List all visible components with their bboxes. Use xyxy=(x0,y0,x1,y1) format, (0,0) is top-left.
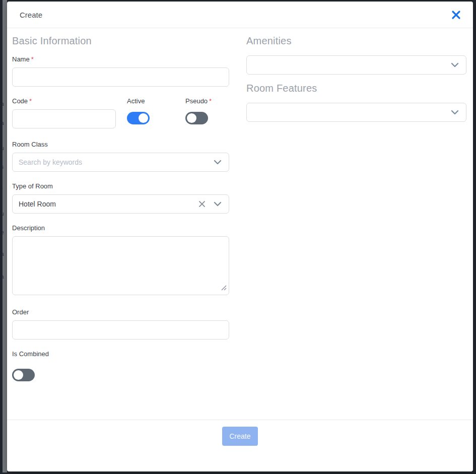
create-modal: Create Basic Information Name* Code* xyxy=(7,2,473,471)
toggle-knob xyxy=(14,370,23,380)
section-heading-basic-information: Basic Information xyxy=(12,35,229,47)
pseudo-toggle[interactable] xyxy=(185,112,208,124)
is-combined-label: Is Combined xyxy=(12,350,229,358)
resize-handle-icon[interactable] xyxy=(221,284,227,293)
pseudo-toggle-group: Pseudo* xyxy=(185,97,244,128)
section-heading-amenities: Amenities xyxy=(246,35,466,47)
type-of-room-label: Type of Room xyxy=(12,182,229,190)
basic-information-column: Basic Information Name* Code* Active xyxy=(12,28,229,420)
backdrop-dark-edge xyxy=(0,0,3,474)
code-required-asterisk: * xyxy=(29,97,32,105)
chevron-down-icon xyxy=(214,201,222,207)
close-button[interactable] xyxy=(448,7,464,23)
description-field-group: Description xyxy=(12,224,229,295)
modal-header: Create xyxy=(7,2,473,28)
is-combined-toggle[interactable] xyxy=(12,369,35,381)
name-input[interactable] xyxy=(12,67,229,87)
name-label: Name* xyxy=(12,55,229,63)
clear-selection-icon[interactable] xyxy=(198,200,206,208)
active-toggle-group: Active xyxy=(127,97,185,128)
code-label: Code* xyxy=(12,97,116,105)
type-of-room-select[interactable]: Hotel Room xyxy=(12,194,229,214)
amenities-select[interactable] xyxy=(246,55,466,75)
room-class-label: Room Class xyxy=(12,141,229,148)
room-class-field-group: Room Class Search by keywords xyxy=(12,141,229,172)
description-textarea[interactable] xyxy=(12,236,229,295)
order-label: Order xyxy=(12,308,229,316)
section-heading-room-features: Room Features xyxy=(246,83,466,94)
pseudo-required-asterisk: * xyxy=(209,97,212,105)
code-input[interactable] xyxy=(12,109,116,128)
chevron-down-icon xyxy=(451,110,459,115)
pseudo-label: Pseudo* xyxy=(185,97,244,105)
active-label: Active xyxy=(127,97,185,105)
modal-title: Create xyxy=(20,11,42,19)
backdrop-page-strip xyxy=(3,0,7,472)
toggle-knob xyxy=(187,113,196,123)
code-active-pseudo-row: Code* Active Pseudo* xyxy=(12,97,229,128)
room-features-select[interactable] xyxy=(246,103,466,122)
create-button[interactable]: Create xyxy=(222,427,257,446)
type-of-room-field-group: Type of Room Hotel Room xyxy=(12,182,229,214)
order-field-group: Order xyxy=(12,308,229,340)
name-required-asterisk: * xyxy=(31,55,34,63)
description-label: Description xyxy=(12,224,229,232)
close-icon xyxy=(451,10,461,20)
chevron-down-icon xyxy=(214,160,222,165)
order-input[interactable] xyxy=(12,320,229,340)
modal-body: Basic Information Name* Code* Active xyxy=(7,28,473,420)
type-of-room-value: Hotel Room xyxy=(19,200,56,208)
toggle-knob xyxy=(139,113,148,123)
room-class-select[interactable]: Search by keywords xyxy=(12,153,229,172)
name-field-group: Name* xyxy=(12,55,229,87)
modal-footer: Create xyxy=(7,420,473,471)
chevron-down-icon xyxy=(451,62,459,67)
amenities-features-column: Amenities Room Features xyxy=(246,28,466,420)
is-combined-field-group: Is Combined xyxy=(12,350,229,381)
room-class-placeholder: Search by keywords xyxy=(19,158,82,166)
code-field-group: Code* xyxy=(12,97,116,128)
active-toggle[interactable] xyxy=(127,112,150,124)
